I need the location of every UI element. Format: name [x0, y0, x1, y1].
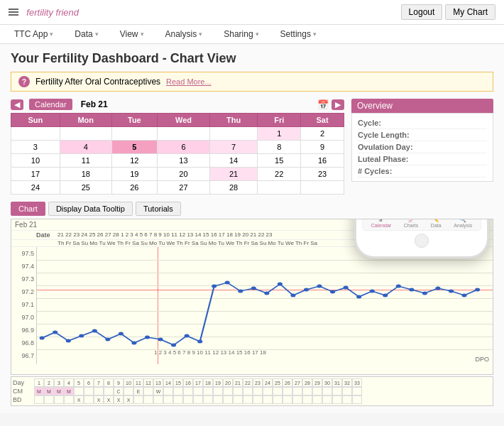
- cal-day[interactable]: 14: [209, 154, 258, 168]
- cal-day[interactable]: 26: [111, 181, 157, 195]
- list-item: 23: [253, 378, 263, 387]
- list-item: 17: [193, 378, 203, 387]
- hamburger-icon[interactable]: [9, 9, 18, 16]
- chart-plot: DPO 1 2 3 4 5 6 7 8 9 10 11 12 13 14 15 …: [36, 247, 493, 364]
- list-item: [322, 395, 332, 404]
- cal-header-sun: Sun: [11, 114, 60, 127]
- cal-day[interactable]: 21: [209, 168, 258, 181]
- bd-cells: X X X X X: [34, 395, 491, 404]
- cal-day[interactable]: 28: [209, 181, 258, 195]
- table-row: 24 25 26 27 28: [11, 181, 344, 195]
- phone-home-button[interactable]: [415, 234, 429, 248]
- overview-section: Overview Cycle: Cycle Length: Ovulation …: [351, 99, 493, 195]
- cal-day[interactable]: [60, 127, 111, 141]
- list-item: E: [133, 387, 143, 395]
- bottom-chart: Day 1 2 3 4 5 6 7 8 9 10 11 12 13 14 15 …: [11, 376, 493, 406]
- cal-day[interactable]: [158, 127, 210, 141]
- cal-day[interactable]: 15: [258, 154, 301, 168]
- cal-day[interactable]: 17: [11, 168, 60, 181]
- list-item: [183, 387, 193, 395]
- y-label: 97.4: [11, 260, 36, 273]
- my-chart-button[interactable]: My Chart: [445, 4, 495, 20]
- calendar-next-button[interactable]: ▶: [332, 99, 344, 110]
- svg-point-11: [185, 334, 190, 338]
- nav-view[interactable]: View ▾: [120, 29, 144, 39]
- tab-chart[interactable]: Chart: [11, 202, 45, 216]
- cal-day[interactable]: 6: [158, 141, 210, 154]
- phone-tab-data[interactable]: ✏️ Data: [431, 219, 442, 228]
- cal-day[interactable]: 12: [111, 154, 157, 168]
- chart-y-axis: 97.5 97.4 97.3 97.2 97.1 97.0 96.9 96.8 …: [11, 247, 36, 364]
- svg-point-12: [197, 340, 202, 344]
- phone-tab-charts[interactable]: 📈 Charts: [404, 219, 419, 228]
- cal-day[interactable]: [11, 127, 60, 141]
- cal-day[interactable]: 18: [60, 168, 111, 181]
- list-item: 19: [213, 378, 223, 387]
- calendar-overview-row: ◀ Calendar Feb 21 📅 ▶ Sun Mon Tue Wed Th…: [11, 99, 493, 195]
- tab-display-data-tooltip[interactable]: Display Data Tooltip: [48, 202, 133, 216]
- list-item: [273, 387, 283, 395]
- cal-day[interactable]: [258, 181, 301, 195]
- cal-day[interactable]: 5: [111, 141, 157, 154]
- svg-point-7: [131, 342, 136, 345]
- list-item: [203, 387, 213, 395]
- cal-day[interactable]: 22: [258, 168, 301, 181]
- phone-mockup: Carrier 2:05 PM ▮ More Fertility Friend …: [354, 219, 489, 258]
- list-item: [153, 395, 163, 404]
- chevron-down-icon: ▾: [95, 31, 99, 38]
- nav-analysis[interactable]: Analysis ▾: [165, 29, 203, 39]
- list-item: [44, 395, 54, 404]
- list-item: [173, 387, 183, 395]
- svg-point-20: [304, 288, 309, 292]
- cal-day[interactable]: [209, 127, 258, 141]
- svg-point-27: [396, 285, 401, 288]
- cal-day[interactable]: 4: [60, 141, 111, 154]
- list-item: [312, 387, 322, 395]
- calendar-label: Calendar: [29, 99, 72, 110]
- cal-day[interactable]: 23: [301, 168, 344, 181]
- info-bar: ? Fertility After Oral Contraceptives Re…: [11, 72, 493, 92]
- chevron-down-icon: ▾: [256, 31, 259, 38]
- table-row: 17 18 19 20 21 22 23: [11, 168, 344, 181]
- cal-day[interactable]: 2: [301, 127, 344, 141]
- list-item: [213, 387, 223, 395]
- cal-day[interactable]: 13: [158, 154, 210, 168]
- nav-data[interactable]: Data ▾: [75, 29, 98, 39]
- cal-day[interactable]: 19: [111, 168, 157, 181]
- cal-day[interactable]: [111, 127, 157, 141]
- list-item: [283, 387, 292, 395]
- list-item: 27: [292, 378, 302, 387]
- overview-row-cycle-length: Cycle Length:: [358, 129, 487, 141]
- cal-day[interactable]: 10: [11, 154, 60, 168]
- cal-day[interactable]: 27: [158, 181, 210, 195]
- cal-day[interactable]: 20: [158, 168, 210, 181]
- list-item: X: [104, 395, 114, 404]
- bd-label: BD: [13, 396, 34, 403]
- list-item: 24: [263, 378, 273, 387]
- phone-tab-analysis[interactable]: 🔍 Analysis: [454, 219, 472, 228]
- logout-button[interactable]: Logout: [401, 4, 443, 20]
- cal-day[interactable]: 25: [60, 181, 111, 195]
- phone-tab-calendar[interactable]: 📅 Calendar: [371, 219, 391, 228]
- y-label: 97.3: [11, 273, 36, 285]
- chart-tabs: Chart Display Data Tooltip Tutorials: [11, 202, 493, 216]
- day-row: Day 1 2 3 4 5 6 7 8 9 10 11 12 13 14 15 …: [13, 378, 491, 387]
- nav-sharing[interactable]: Sharing ▾: [224, 29, 258, 39]
- cal-day[interactable]: 11: [60, 154, 111, 168]
- cal-day[interactable]: [301, 181, 344, 195]
- tab-tutorials[interactable]: Tutorials: [136, 202, 181, 216]
- cal-day[interactable]: 7: [209, 141, 258, 154]
- cal-day[interactable]: 8: [258, 141, 301, 154]
- page-title: Your Fertility Dashboard - Chart View: [11, 51, 493, 66]
- cal-day[interactable]: 24: [11, 181, 60, 195]
- cal-day[interactable]: 3: [11, 141, 60, 154]
- read-more-link[interactable]: Read More...: [166, 77, 212, 86]
- nav-ttc-app[interactable]: TTC App ▾: [14, 29, 53, 39]
- cal-day[interactable]: 1: [258, 127, 301, 141]
- svg-point-25: [370, 290, 375, 293]
- cal-day[interactable]: 9: [301, 141, 344, 154]
- list-item: X: [114, 395, 124, 404]
- cal-day[interactable]: 16: [301, 154, 344, 168]
- nav-settings[interactable]: Settings ▾: [280, 29, 317, 39]
- calendar-prev-button[interactable]: ◀: [11, 99, 23, 110]
